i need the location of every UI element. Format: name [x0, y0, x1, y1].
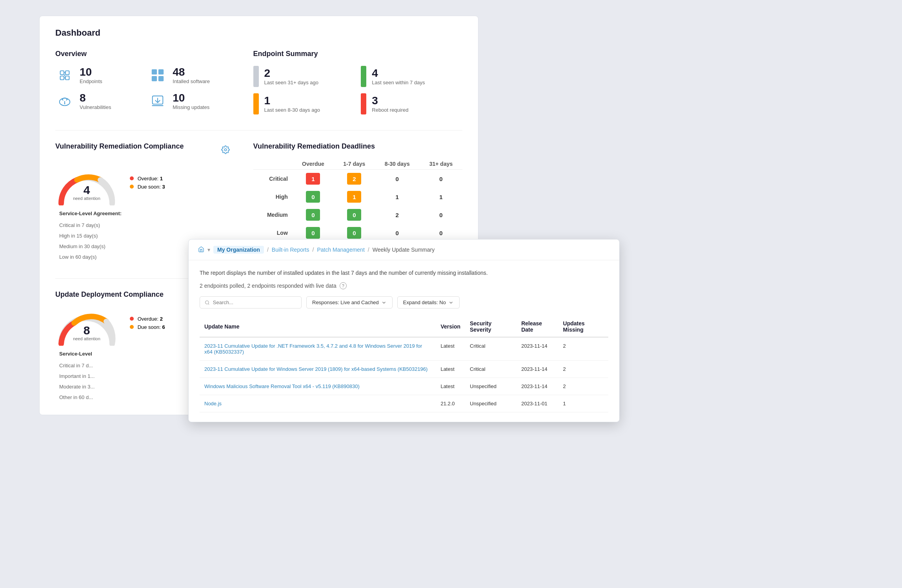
report-filters: Responses: Live and Cached Expand detail…	[200, 296, 608, 309]
report-description: The report displays the number of instal…	[200, 270, 608, 276]
report-cell-3-name[interactable]: Node.js	[200, 395, 436, 412]
report-cell-0-version: Latest	[436, 337, 465, 361]
vrd-row-2: Medium0020	[253, 206, 462, 224]
updates-info: 10 Missing updates	[173, 92, 209, 110]
vrd-row-0: Critical1200	[253, 170, 462, 188]
svg-rect-8	[158, 69, 164, 74]
report-meta: 2 endpoints polled, 2 endpoints responde…	[200, 282, 608, 289]
breadcrumb-org[interactable]: My Organization	[213, 246, 264, 254]
search-icon	[205, 300, 210, 305]
breadcrumb-current: Weekly Update Summary	[373, 247, 435, 253]
endpoint-count-0: 2	[264, 67, 318, 80]
vrd-cell-0-0: Critical	[253, 170, 293, 188]
top-row: Overview	[55, 50, 462, 114]
software-count: 48	[173, 66, 210, 78]
endpoint-grid: 2 Last seen 31+ days ago 4 Last seen wit…	[253, 66, 462, 114]
vrd-cell-2-2: 0	[334, 206, 375, 224]
svg-line-12	[62, 99, 63, 100]
search-input[interactable]	[213, 299, 296, 305]
udc-gauge: 8 need attention	[55, 307, 118, 342]
vrc-gauge-num: 4	[55, 184, 118, 196]
search-box[interactable]	[200, 296, 302, 309]
help-icon[interactable]: ?	[340, 282, 347, 289]
duesoon-dot	[130, 185, 134, 189]
endpoint-item-2: 1 Last seen 8-30 days ago	[253, 93, 355, 114]
svg-rect-1	[65, 71, 69, 75]
vrc-gauge-center: 4 need attention	[55, 184, 118, 201]
vrc-legend: Overdue: 1 Due soon: 3	[130, 176, 165, 192]
udc-gauge-num: 8	[55, 325, 118, 336]
vrc-overdue-row: Overdue: 1	[130, 176, 165, 181]
vulns-count: 8	[80, 92, 111, 104]
endpoint-bar-gray	[253, 66, 259, 87]
vrd-title: Vulnerability Remediation Deadlines	[253, 142, 462, 151]
svg-rect-7	[152, 69, 157, 74]
endpoint-item-3: 3 Reboot required	[361, 93, 462, 114]
vrd-cell-0-1: 1	[293, 170, 334, 188]
breadcrumb-reports[interactable]: Built-in Reports	[272, 247, 309, 253]
report-cell-1-missing: 2	[558, 361, 608, 378]
svg-rect-3	[65, 76, 69, 80]
breadcrumb-home-icon[interactable]	[198, 246, 204, 254]
breadcrumb-dropdown-icon: ▾	[207, 247, 210, 253]
vrd-cell-2-0: Medium	[253, 206, 293, 224]
report-cell-2-missing: 2	[558, 378, 608, 395]
vrd-cell-2-1: 0	[293, 206, 334, 224]
endpoint-section: Endpoint Summary 2 Last seen 31+ days ag…	[253, 50, 462, 114]
svg-point-15	[64, 103, 65, 104]
vrd-cell-2-4: 0	[420, 206, 462, 224]
responses-dropdown[interactable]: Responses: Live and Cached	[306, 296, 393, 309]
endpoint-item-1: 4 Last seen within 7 days	[361, 66, 462, 87]
overview-grid: 10 Endpoints	[55, 66, 230, 111]
gear-icon[interactable]	[221, 145, 230, 156]
svg-rect-10	[158, 76, 164, 81]
expand-dropdown[interactable]: Expand details: No	[397, 296, 460, 309]
vulnerabilities-icon	[55, 92, 74, 111]
svg-rect-0	[60, 71, 64, 75]
col-update-name: Update Name	[200, 316, 436, 337]
endpoint-count-3: 3	[372, 95, 408, 107]
breadcrumb-sep-2: /	[313, 247, 314, 253]
report-cell-0-name[interactable]: 2023-11 Cumulative Update for .NET Frame…	[200, 337, 436, 361]
vrd-col-label	[253, 158, 293, 170]
software-icon	[148, 66, 167, 85]
overview-section: Overview	[55, 50, 230, 114]
software-info: 48 Intalled software	[173, 66, 210, 84]
udc-overdue-row: Overdue: 2	[130, 316, 165, 322]
report-cell-1-name[interactable]: 2023-11 Cumulative Update for Windows Se…	[200, 361, 436, 378]
svg-point-19	[224, 149, 227, 151]
breadcrumb-patch[interactable]: Patch Management	[317, 247, 364, 253]
report-row-2: Windows Malicious Software Removal Tool …	[200, 378, 608, 395]
endpoints-icon	[55, 66, 74, 85]
chevron-down-icon	[381, 300, 387, 305]
endpoint-bar-orange	[253, 93, 259, 114]
svg-rect-2	[60, 76, 64, 80]
vulns-label: Vulnerabilities	[80, 104, 111, 110]
overview-item-software: 48 Intalled software	[148, 66, 229, 85]
udc-legend: Overdue: 2 Due soon: 6	[130, 316, 165, 332]
breadcrumb-sep-1: /	[267, 247, 269, 253]
endpoint-bar-green	[361, 66, 366, 87]
software-label: Intalled software	[173, 78, 210, 84]
vrd-row-1: High0111	[253, 188, 462, 206]
svg-rect-9	[152, 76, 157, 81]
udc-duesoon-dot	[130, 325, 134, 329]
report-body: The report displays the number of instal…	[189, 260, 619, 422]
svg-point-20	[205, 301, 209, 304]
endpoints-count: 10	[80, 66, 102, 78]
report-cell-3-version: 21.2.0	[436, 395, 465, 412]
col-severity: Security Severity	[465, 316, 516, 337]
updates-count: 10	[173, 92, 209, 104]
report-row-0: 2023-11 Cumulative Update for .NET Frame…	[200, 337, 608, 361]
report-cell-2-name[interactable]: Windows Malicious Software Removal Tool …	[200, 378, 436, 395]
endpoint-count-2: 1	[264, 95, 320, 107]
vrc-title: Vulnerability Remediation Compliance	[55, 142, 184, 151]
vulns-info: 8 Vulnerabilities	[80, 92, 111, 110]
vrd-col-8-30: 8-30 days	[375, 158, 420, 170]
endpoints-label: Endpoints	[80, 78, 102, 84]
report-meta-text: 2 endpoints polled, 2 endpoints responde…	[200, 283, 336, 289]
vrd-table: Overdue 1-7 days 8-30 days 31+ days Crit…	[253, 158, 462, 242]
vrd-col-1-7: 1-7 days	[334, 158, 375, 170]
endpoint-bar-red	[361, 93, 366, 114]
breadcrumb-sep-3: /	[368, 247, 369, 253]
